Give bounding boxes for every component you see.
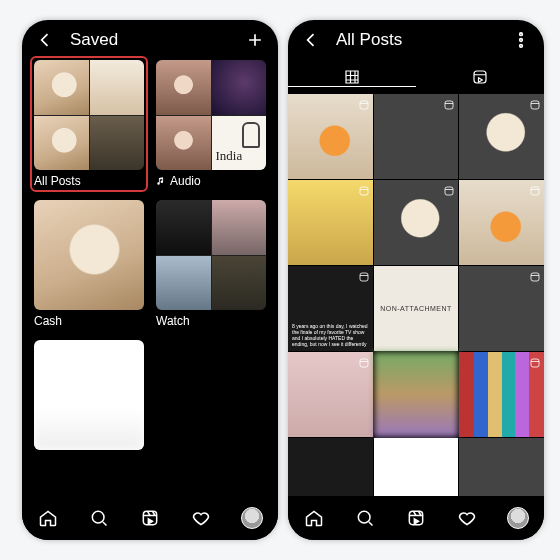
post-thumb[interactable] xyxy=(459,94,544,179)
collection-label: All Posts xyxy=(34,174,144,188)
india-text: India xyxy=(216,148,243,164)
post-thumb[interactable] xyxy=(288,94,373,179)
activity-icon[interactable] xyxy=(456,507,478,529)
header: All Posts xyxy=(288,20,544,60)
collection-blank[interactable] xyxy=(34,340,144,450)
reel-badge-icon xyxy=(358,355,370,367)
collection-label: Watch xyxy=(156,314,266,328)
post-thumb[interactable] xyxy=(288,180,373,265)
reel-badge-icon xyxy=(529,355,541,367)
avatar xyxy=(507,507,529,529)
post-thumb[interactable] xyxy=(459,180,544,265)
post-thumb[interactable]: gift a song xyxy=(374,438,459,496)
collection-all-posts[interactable]: All Posts xyxy=(34,60,144,188)
svg-point-0 xyxy=(92,511,104,523)
reel-badge-icon xyxy=(529,97,541,109)
post-title: NON-ATTACHMENT xyxy=(374,266,459,351)
music-icon xyxy=(156,176,166,186)
svg-rect-15 xyxy=(531,359,539,367)
post-thumb[interactable] xyxy=(459,352,544,437)
post-thumb[interactable]: 8 years ago on this day, I watched the f… xyxy=(288,266,373,351)
reels-icon[interactable] xyxy=(405,507,427,529)
post-caption: 8 years ago on this day, I watched the f… xyxy=(292,323,369,347)
svg-rect-8 xyxy=(531,101,539,109)
reel-badge-icon xyxy=(358,97,370,109)
search-icon[interactable] xyxy=(88,507,110,529)
search-icon[interactable] xyxy=(354,507,376,529)
post-thumb[interactable] xyxy=(374,180,459,265)
svg-point-2 xyxy=(520,33,523,36)
post-thumb[interactable]: How would an Indian Res... xyxy=(288,438,373,496)
svg-point-3 xyxy=(520,39,523,42)
home-icon[interactable] xyxy=(303,507,325,529)
view-tabs xyxy=(288,60,544,95)
post-grid: 8 years ago on this day, I watched the f… xyxy=(288,94,544,496)
collection-label: Audio xyxy=(170,174,201,188)
svg-point-4 xyxy=(520,45,523,48)
post-thumb[interactable] xyxy=(288,352,373,437)
post-thumb[interactable] xyxy=(374,94,459,179)
bottom-nav xyxy=(22,496,278,540)
back-icon[interactable] xyxy=(300,29,322,51)
phone-all-posts-screen: All Posts 8 years ago on this day, I wat… xyxy=(288,20,544,540)
tab-reels[interactable] xyxy=(416,68,544,86)
reel-badge-icon xyxy=(529,269,541,281)
collections-grid: All Posts India Audio Cash xyxy=(22,60,278,462)
reel-badge-icon xyxy=(529,183,541,195)
svg-rect-6 xyxy=(360,101,368,109)
reel-badge-icon xyxy=(443,97,455,109)
profile-icon[interactable] xyxy=(241,507,263,529)
back-icon[interactable] xyxy=(34,29,56,51)
post-thumb[interactable]: NON-ATTACHMENT xyxy=(374,266,459,351)
profile-icon[interactable] xyxy=(507,507,529,529)
svg-rect-10 xyxy=(445,187,453,195)
svg-rect-11 xyxy=(531,187,539,195)
collection-cash[interactable]: Cash xyxy=(34,200,144,328)
post-thumb[interactable] xyxy=(459,266,544,351)
collection-audio[interactable]: India Audio xyxy=(156,60,266,188)
svg-point-16 xyxy=(358,511,370,523)
more-icon[interactable] xyxy=(510,29,532,51)
collection-watch[interactable]: Watch xyxy=(156,200,266,328)
page-title: Saved xyxy=(70,30,118,50)
avatar xyxy=(241,507,263,529)
svg-rect-7 xyxy=(445,101,453,109)
reels-icon[interactable] xyxy=(139,507,161,529)
post-thumb[interactable] xyxy=(374,352,459,437)
phone-saved-screen: Saved All Posts India xyxy=(22,20,278,540)
svg-rect-12 xyxy=(360,273,368,281)
page-title: All Posts xyxy=(336,30,402,50)
reel-badge-icon xyxy=(358,269,370,281)
header: Saved xyxy=(22,20,278,60)
reel-badge-icon xyxy=(443,183,455,195)
tab-grid[interactable] xyxy=(288,68,416,87)
add-collection-icon[interactable] xyxy=(244,29,266,51)
svg-rect-14 xyxy=(360,359,368,367)
post-thumb[interactable] xyxy=(459,438,544,496)
collection-label: Cash xyxy=(34,314,144,328)
activity-icon[interactable] xyxy=(190,507,212,529)
bottom-nav xyxy=(288,496,544,540)
svg-rect-13 xyxy=(531,273,539,281)
svg-rect-9 xyxy=(360,187,368,195)
home-icon[interactable] xyxy=(37,507,59,529)
reel-badge-icon xyxy=(358,183,370,195)
